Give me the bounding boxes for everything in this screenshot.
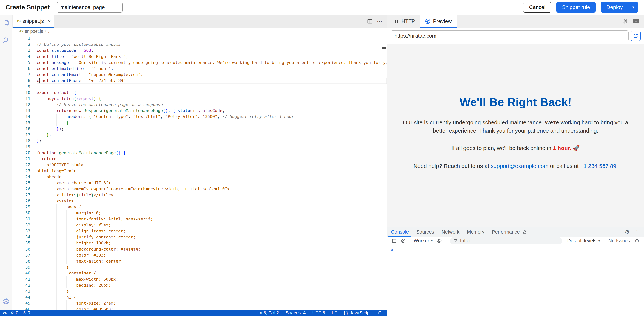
code-line[interactable]: 27 <title>${title}</title> (12, 192, 387, 198)
tab-http-label: HTTP (402, 18, 415, 24)
console-settings-icon[interactable]: ⚙ (634, 237, 640, 244)
code-line[interactable]: 16 }); (12, 126, 387, 132)
gear-icon[interactable]: ⚙ (2, 297, 10, 305)
code-line[interactable]: 43 } (12, 288, 387, 294)
line-number: 39 (12, 264, 30, 270)
errors-icon: ⊘ (11, 310, 15, 315)
code-editor[interactable]: 12// Define your customizable inputs3con… (12, 35, 387, 310)
refresh-button[interactable] (630, 31, 641, 41)
code-line[interactable]: 24 <head> (12, 174, 387, 180)
language-mode[interactable]: { }JavaScript (344, 310, 371, 315)
problems-indicator[interactable]: ⊘0 ⚠0 (11, 310, 34, 315)
code-line[interactable]: 44 h1 { (12, 294, 387, 300)
devtools-settings-icon[interactable]: ⚙ (625, 229, 630, 235)
code-line[interactable]: 20function generateMaintenancePage() { (12, 150, 387, 156)
discord-icon[interactable] (633, 18, 639, 25)
eol[interactable]: LF (332, 310, 337, 315)
code-line[interactable]: 1 (12, 36, 387, 42)
code-line[interactable]: 2// Define your customizable inputs (12, 42, 387, 48)
url-input[interactable] (390, 31, 629, 41)
code-line[interactable]: 22 <!DOCTYPE html> (12, 162, 387, 168)
close-icon[interactable]: × (46, 18, 51, 24)
console-filter-input[interactable]: Filter (450, 237, 562, 244)
breadcrumb[interactable]: JS snippet.js › ... (12, 28, 387, 35)
tab-http[interactable]: HTTP (389, 15, 420, 28)
code-line[interactable]: 32 display: flex; (12, 222, 387, 228)
tab-console[interactable]: Console (387, 227, 412, 236)
code-line[interactable]: 17 }, (12, 132, 387, 138)
breadcrumb-file[interactable]: snippet.js (25, 29, 43, 34)
snippet-rule-button[interactable]: Snippet rule (556, 2, 596, 13)
docs-icon[interactable] (622, 18, 628, 25)
code-line[interactable]: 14 headers: { "Content-Type": "text/html… (12, 114, 387, 120)
code-line[interactable]: 12 // Serve the maintenance page as a re… (12, 102, 387, 108)
support-phone-link[interactable]: +1 234 567 89 (580, 163, 616, 169)
code-line[interactable]: 28 <style> (12, 198, 387, 204)
code-line[interactable]: 33 align-items: center; (12, 228, 387, 234)
breadcrumb-more[interactable]: ... (48, 29, 52, 34)
tab-preview[interactable]: Preview (420, 15, 456, 28)
code-line[interactable]: 38 text-align: center; (12, 258, 387, 264)
code-line[interactable]: 5const message = "Our site is currently … (12, 60, 387, 66)
deploy-button[interactable]: Deploy (601, 2, 628, 13)
code-line[interactable]: 41 max-width: 600px; (12, 276, 387, 282)
code-line[interactable]: 7const contactEmail = "support@example.c… (12, 72, 387, 78)
code-line[interactable]: 39 } (12, 264, 387, 270)
issues-status[interactable]: No Issues (608, 238, 630, 244)
cursor-position[interactable]: Ln 8, Col 2 (257, 310, 279, 315)
editor-scrollbar-thumb[interactable] (382, 47, 386, 49)
deploy-dropdown-button[interactable]: ▾ (628, 2, 638, 13)
bell-icon[interactable] (378, 310, 382, 315)
code-line[interactable]: 29 body { (12, 204, 387, 210)
code-line[interactable]: 37 color: #333; (12, 252, 387, 258)
code-line[interactable]: 23<html lang="en"> (12, 168, 387, 174)
code-line[interactable]: 19 (12, 144, 387, 150)
support-email-link[interactable]: support@example.com (491, 163, 548, 169)
prompt-chevron[interactable]: > (390, 247, 394, 253)
console-output[interactable]: > (387, 245, 644, 316)
code-line[interactable]: 6const estimatedTime = "1 hour"; (12, 66, 387, 72)
tab-sources[interactable]: Sources (412, 227, 438, 236)
code-line[interactable]: 25 <meta charset="UTF-8"> (12, 180, 387, 186)
tab-snippet-js[interactable]: JS snippet.js × (13, 15, 54, 28)
tab-performance[interactable]: Performance (488, 227, 524, 236)
clear-console-icon[interactable] (401, 238, 406, 243)
files-icon[interactable] (2, 20, 10, 27)
code-line[interactable]: 4const title = "We'll Be Right Back!"; (12, 54, 387, 60)
indentation[interactable]: Spaces: 4 (286, 310, 306, 315)
code-line[interactable]: 15 }, (12, 120, 387, 126)
more-actions-icon[interactable]: ⋯ (377, 18, 383, 25)
tab-memory[interactable]: Memory (463, 227, 488, 236)
search-icon[interactable] (2, 36, 10, 44)
worker-context-select[interactable]: Worker▾ (414, 238, 433, 244)
code-line[interactable]: 3const statusCode = 503; (12, 48, 387, 54)
cancel-button[interactable]: Cancel (523, 2, 551, 13)
snippet-name-input[interactable] (57, 2, 122, 13)
code-line[interactable]: 11 async fetch(request) { (12, 96, 387, 102)
encoding[interactable]: UTF-8 (312, 310, 325, 315)
code-line[interactable]: 8const contactPhone = "+1 234 567 89"; (12, 78, 387, 84)
console-sidebar-icon[interactable] (392, 238, 397, 243)
code-line[interactable]: 9 (12, 84, 387, 90)
console-toolbar: Worker▾ Filter Default levels▾ No Issues… (387, 236, 644, 245)
code-line[interactable]: 34 justify-content: center; (12, 234, 387, 240)
code-line[interactable]: 18}; (12, 138, 387, 144)
code-line[interactable]: 36 background-color: #f4f4f4; (12, 246, 387, 252)
log-levels-select[interactable]: Default levels▾ (567, 238, 600, 244)
code-line[interactable]: 40 .container { (12, 270, 387, 276)
kebab-menu-icon[interactable]: ⋮ (634, 229, 640, 235)
code-line[interactable]: 30 margin: 0; (12, 210, 387, 216)
code-line[interactable]: 10export default { (12, 90, 387, 96)
live-expression-eye-icon[interactable] (436, 238, 442, 244)
tab-network[interactable]: Network (438, 227, 463, 236)
code-line[interactable]: 13 return new Response(generateMaintenan… (12, 108, 387, 114)
code-line[interactable]: 42 padding: 20px; (12, 282, 387, 288)
code-line[interactable]: 26 <meta name="viewport" content="width=… (12, 186, 387, 192)
split-editor-icon[interactable] (367, 19, 373, 24)
code-line[interactable]: 31 font-family: Arial, sans-serif; (12, 216, 387, 222)
code-line[interactable]: 21 return ` (12, 156, 387, 162)
code-line[interactable]: 35 height: 100vh; (12, 240, 387, 246)
code-line[interactable]: 46 color: #0056b3; (12, 306, 387, 310)
code-line[interactable]: 45 font-size: 2rem; (12, 300, 387, 306)
remote-indicator-icon[interactable]: >< (2, 310, 6, 315)
